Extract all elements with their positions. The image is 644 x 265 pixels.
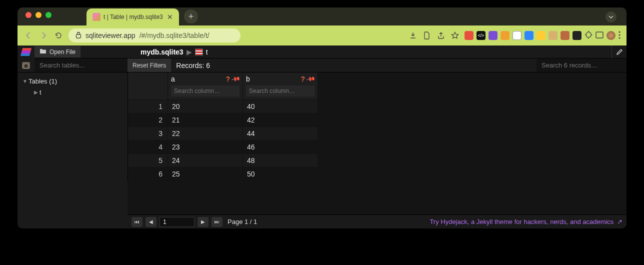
cell[interactable]: 44	[243, 127, 318, 140]
chrome-menu-icon[interactable]	[618, 31, 620, 40]
svg-point-4	[618, 37, 620, 38]
row-number[interactable]: 2	[128, 114, 168, 127]
close-window-button[interactable]	[26, 12, 32, 18]
tab-strip: t | Table | mydb.sqlite3 ✕ +	[18, 8, 626, 26]
cell-empty	[318, 114, 626, 127]
cell-empty	[318, 127, 626, 140]
tab-title: t | Table | mydb.sqlite3	[104, 14, 163, 20]
column-search-input[interactable]	[171, 86, 240, 96]
extension-icon[interactable]	[524, 31, 534, 40]
row-number[interactable]: 4	[128, 140, 168, 154]
column-name: b	[246, 75, 300, 83]
window-icon[interactable]	[596, 32, 604, 40]
share-icon[interactable]	[436, 31, 446, 40]
cell[interactable]: 46	[243, 140, 318, 154]
breadcrumb-separator-icon: ▶	[186, 48, 192, 56]
next-page-button[interactable]: ▶	[198, 217, 208, 227]
pager: ⏮ ◀ ▶ ⏭ Page 1 / 1 Try Hydejack, a Jekyl…	[128, 214, 626, 228]
row-number[interactable]: 6	[128, 168, 168, 181]
extension-icon[interactable]	[464, 31, 474, 40]
row-number[interactable]: 1	[128, 100, 168, 114]
breadcrumb-table[interactable]: t	[206, 48, 208, 56]
forward-button[interactable]	[38, 30, 48, 40]
external-link-icon: ↗	[617, 218, 622, 226]
extension-icon[interactable]	[572, 31, 582, 40]
reload-button[interactable]	[54, 30, 64, 40]
extensions-puzzle-icon[interactable]	[584, 31, 592, 40]
open-file-label: Open File	[50, 48, 76, 56]
extension-icon[interactable]	[548, 31, 558, 40]
cell[interactable]: 24	[168, 154, 243, 168]
install-app-icon[interactable]	[408, 31, 418, 40]
app-logo-icon	[18, 46, 34, 58]
tabs-overflow-button[interactable]	[606, 12, 616, 22]
data-grid: a ? 📌 b ? 📌	[128, 72, 626, 181]
table-icon	[195, 48, 203, 56]
sidebar-group-tables[interactable]: ▼ Tables (1)	[18, 76, 128, 86]
extension-icon[interactable]	[512, 31, 522, 40]
cell[interactable]: 21	[168, 114, 243, 127]
svg-rect-1	[596, 32, 603, 38]
svg-point-3	[618, 34, 620, 36]
cell[interactable]: 23	[168, 140, 243, 154]
cell[interactable]: 50	[243, 168, 318, 181]
sidebar: ▼ Tables (1) ▶ t	[18, 72, 128, 214]
window-controls	[26, 8, 52, 26]
cell[interactable]: 42	[243, 114, 318, 127]
extension-icon[interactable]	[488, 31, 498, 40]
browser-toolbar: sqliteviewer.app/#/mydb.sqlite3/table/t/…	[18, 26, 626, 46]
sidebar-group-label: Tables (1)	[28, 78, 57, 85]
column-type-unknown-icon[interactable]: ?	[226, 75, 230, 83]
cell[interactable]: 48	[243, 154, 318, 168]
tab-close-button[interactable]: ✕	[166, 13, 174, 21]
row-number[interactable]: 3	[128, 127, 168, 140]
column-header-b[interactable]: b ? 📌	[243, 72, 318, 100]
minimize-window-button[interactable]	[36, 12, 42, 18]
extension-icon[interactable]	[536, 31, 546, 40]
bookmark-star-icon[interactable]	[450, 31, 460, 40]
breadcrumb: mydb.sqlite3 ▶ t	[140, 48, 208, 56]
folder-icon	[40, 48, 46, 56]
file-icon[interactable]	[422, 31, 432, 40]
browser-tab[interactable]: t | Table | mydb.sqlite3 ✕	[86, 8, 179, 26]
pin-column-icon[interactable]: 📌	[306, 74, 316, 84]
search-records-input[interactable]	[536, 58, 626, 72]
first-page-button[interactable]: ⏮	[132, 217, 142, 227]
maximize-window-button[interactable]	[46, 12, 52, 18]
back-button[interactable]	[24, 30, 34, 40]
disclosure-triangle-icon[interactable]: ▶	[32, 90, 40, 95]
cell[interactable]: 40	[243, 100, 318, 114]
promo-text: Try Hydejack, a Jekyll theme for hackers…	[430, 218, 614, 226]
sidebar-item-table[interactable]: ▶ t	[18, 86, 128, 98]
extension-icons: </>	[464, 31, 620, 40]
search-tables-input[interactable]	[34, 58, 128, 72]
profile-avatar[interactable]	[606, 31, 616, 40]
page-input[interactable]	[160, 217, 194, 227]
address-bar[interactable]: sqliteviewer.app/#/mydb.sqlite3/table/t/	[68, 28, 240, 42]
pin-column-icon[interactable]: 📌	[230, 74, 240, 84]
last-page-button[interactable]: ⏭	[212, 217, 222, 227]
new-tab-button[interactable]: +	[184, 10, 198, 24]
extension-icon[interactable]	[500, 31, 510, 40]
screenshot-button[interactable]	[18, 58, 34, 72]
cell[interactable]: 22	[168, 127, 243, 140]
edit-button[interactable]	[612, 46, 626, 58]
svg-point-2	[618, 31, 620, 32]
reset-filters-button[interactable]: Reset Filters	[128, 58, 171, 72]
cell[interactable]: 20	[168, 100, 243, 114]
column-type-unknown-icon[interactable]: ?	[300, 75, 305, 83]
promo-link[interactable]: Try Hydejack, a Jekyll theme for hackers…	[430, 218, 622, 226]
cell[interactable]: 25	[168, 168, 243, 181]
extension-icon[interactable]: </>	[476, 31, 486, 40]
column-search-input[interactable]	[246, 86, 314, 96]
prev-page-button[interactable]: ◀	[146, 217, 156, 227]
column-header-a[interactable]: a ? 📌	[168, 72, 243, 100]
svg-rect-0	[76, 34, 81, 38]
open-file-button[interactable]: Open File	[34, 46, 80, 58]
extension-icon[interactable]	[560, 31, 570, 40]
disclosure-triangle-icon[interactable]: ▼	[22, 78, 28, 84]
lock-icon	[76, 32, 82, 40]
row-number[interactable]: 5	[128, 154, 168, 168]
column-name: a	[171, 75, 226, 83]
breadcrumb-db[interactable]: mydb.sqlite3	[140, 48, 184, 56]
